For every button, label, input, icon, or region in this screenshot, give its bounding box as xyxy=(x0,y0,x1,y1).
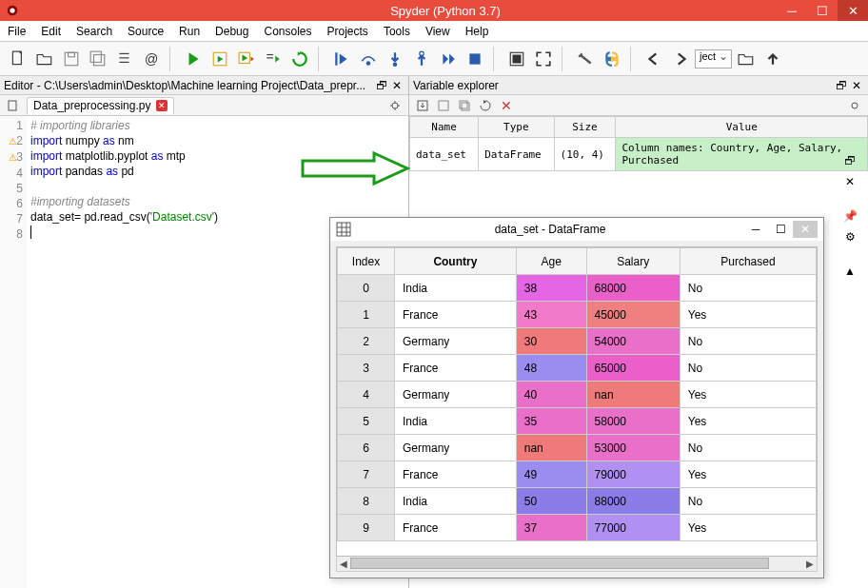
df-col-index[interactable]: Index xyxy=(338,248,395,275)
svg-point-1 xyxy=(10,8,14,12)
editor-options-button[interactable] xyxy=(385,97,404,114)
editor-header: Editor - C:\Users\admin\Desktop\Machine … xyxy=(0,76,408,95)
menu-consoles[interactable]: Consoles xyxy=(264,25,311,38)
svg-rect-23 xyxy=(439,101,448,110)
svg-rect-5 xyxy=(90,51,101,62)
refresh-button[interactable] xyxy=(476,97,495,114)
save-all-button[interactable] xyxy=(86,47,110,71)
file-tab-close-icon[interactable]: ✕ xyxy=(156,100,168,111)
df-minimize-button[interactable]: ─ xyxy=(743,221,768,238)
run-cell-advance-button[interactable] xyxy=(234,47,259,71)
df-row[interactable]: 6Germanynan53000No xyxy=(338,435,817,461)
menu-run[interactable]: Run xyxy=(179,25,200,38)
file-list-button[interactable] xyxy=(4,97,23,114)
run-button[interactable] xyxy=(181,47,206,71)
dataframe-table[interactable]: IndexCountryAgeSalaryPurchased0India3868… xyxy=(337,247,817,541)
svg-rect-17 xyxy=(469,53,480,64)
rerun-button[interactable] xyxy=(287,47,312,71)
editor-undock-button[interactable]: 🗗 xyxy=(374,79,389,92)
df-col-age[interactable]: Age xyxy=(516,248,586,275)
svg-rect-4 xyxy=(69,52,75,57)
outline-button[interactable] xyxy=(112,47,137,71)
df-row[interactable]: 4Germany40nanYes xyxy=(338,382,817,408)
save-data-button[interactable] xyxy=(434,97,453,114)
menu-help[interactable]: Help xyxy=(465,25,489,38)
dataframe-title: data_set - DataFrame xyxy=(357,223,743,236)
minimize-button[interactable]: ─ xyxy=(777,0,807,21)
python-path-button[interactable] xyxy=(600,47,624,71)
col-size[interactable]: Size xyxy=(554,117,616,138)
forward-button[interactable] xyxy=(668,47,693,71)
close-button[interactable]: ✕ xyxy=(838,0,868,21)
editor-tabrow: Data_preprocessing.py ✕ xyxy=(0,95,408,116)
delete-var-button[interactable]: ✕ xyxy=(497,97,516,114)
maximize-pane-button[interactable] xyxy=(504,47,529,71)
scroll-right-arrow[interactable]: ▶ xyxy=(803,557,817,570)
col-name[interactable]: Name xyxy=(410,117,479,138)
dock-gear-icon[interactable]: ⚙ xyxy=(841,228,858,245)
step-into-button[interactable] xyxy=(383,47,407,71)
menu-file[interactable]: File xyxy=(8,25,26,38)
new-file-button[interactable] xyxy=(6,47,30,71)
debug-play-button[interactable] xyxy=(329,47,354,71)
stop-debug-button[interactable] xyxy=(463,47,487,71)
maximize-button[interactable]: ☐ xyxy=(807,0,838,21)
dataframe-titlebar[interactable]: data_set - DataFrame ─ ☐ ✕ xyxy=(330,218,823,241)
menu-view[interactable]: View xyxy=(425,25,450,38)
continue-button[interactable] xyxy=(436,47,461,71)
working-dir-select[interactable]: ject xyxy=(695,49,732,69)
run-cell-button[interactable] xyxy=(207,47,232,71)
scroll-thumb[interactable] xyxy=(350,558,769,569)
menu-projects[interactable]: Projects xyxy=(327,25,368,38)
svg-rect-27 xyxy=(337,223,350,236)
editor-path: Editor - C:\Users\admin\Desktop\Machine … xyxy=(4,79,365,92)
variable-row[interactable]: data_set DataFrame (10, 4) Column names:… xyxy=(410,138,868,171)
back-button[interactable] xyxy=(641,47,666,71)
scroll-left-arrow[interactable]: ◀ xyxy=(337,557,350,570)
svg-rect-20 xyxy=(9,101,16,110)
step-over-button[interactable] xyxy=(356,47,381,71)
titlebar: Spyder (Python 3.7) ─ ☐ ✕ xyxy=(0,0,868,21)
menu-edit[interactable]: Edit xyxy=(41,25,61,38)
menu-search[interactable]: Search xyxy=(76,25,112,38)
import-data-button[interactable] xyxy=(413,97,432,114)
df-col-country[interactable]: Country xyxy=(395,248,517,275)
dock-undock-icon[interactable]: 🗗 xyxy=(841,152,858,169)
menu-debug[interactable]: Debug xyxy=(215,25,248,38)
df-row[interactable]: 0India3868000No xyxy=(338,275,817,302)
varexp-undock-button[interactable]: 🗗 xyxy=(834,79,849,92)
horizontal-scrollbar[interactable]: ◀ ▶ xyxy=(336,557,818,572)
dock-close-icon[interactable]: ✕ xyxy=(841,173,858,190)
df-row[interactable]: 5India3558000Yes xyxy=(338,408,817,435)
save-button[interactable] xyxy=(59,47,84,71)
df-row[interactable]: 1France4345000Yes xyxy=(338,302,817,328)
dock-find-icon[interactable]: 📌 xyxy=(841,207,858,225)
varexp-options-button[interactable] xyxy=(845,97,864,114)
df-row[interactable]: 7France4979000Yes xyxy=(338,461,817,488)
editor-close-button[interactable]: ✕ xyxy=(389,79,404,92)
col-type[interactable]: Type xyxy=(479,117,554,138)
preferences-button[interactable] xyxy=(573,47,598,71)
df-row[interactable]: 3France4865000No xyxy=(338,355,817,382)
df-row[interactable]: 2Germany3054000No xyxy=(338,328,817,355)
file-tab[interactable]: Data_preprocessing.py ✕ xyxy=(27,97,174,114)
run-selection-button[interactable] xyxy=(261,47,286,71)
menu-tools[interactable]: Tools xyxy=(384,25,410,38)
df-row[interactable]: 8India5088000No xyxy=(338,488,817,515)
menu-source[interactable]: Source xyxy=(128,25,164,38)
parent-dir-button[interactable] xyxy=(760,47,785,71)
df-col-salary[interactable]: Salary xyxy=(586,248,680,275)
browse-dir-button[interactable] xyxy=(734,47,759,71)
dock-up-icon[interactable]: ▲ xyxy=(841,263,858,280)
open-file-button[interactable] xyxy=(32,47,57,71)
col-value[interactable]: Value xyxy=(616,117,868,138)
fullscreen-button[interactable] xyxy=(531,47,556,71)
df-col-purchased[interactable]: Purchased xyxy=(680,248,816,275)
df-row[interactable]: 9France3777000Yes xyxy=(338,515,817,541)
save-data-as-button[interactable] xyxy=(455,97,474,114)
varexp-close-button[interactable]: ✕ xyxy=(849,79,864,92)
at-button[interactable]: @ xyxy=(139,47,164,71)
df-maximize-button[interactable]: ☐ xyxy=(768,221,793,238)
df-close-button[interactable]: ✕ xyxy=(793,221,818,238)
step-out-button[interactable] xyxy=(409,47,434,71)
